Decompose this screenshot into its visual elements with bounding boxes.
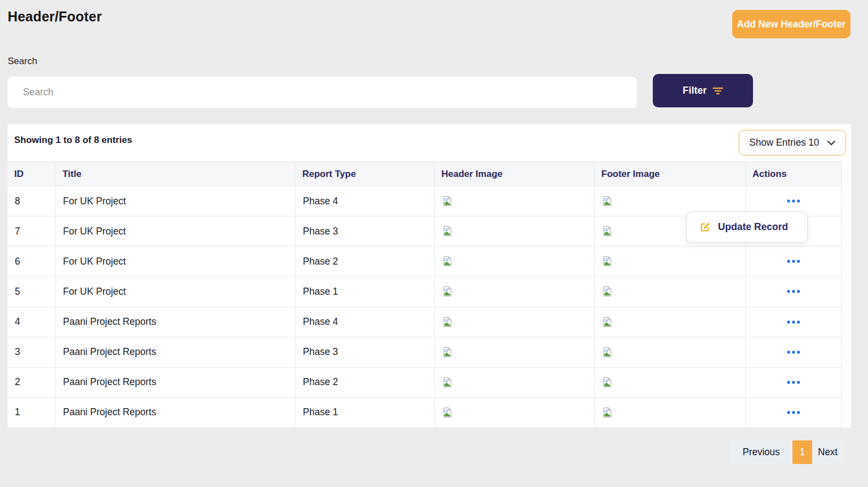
update-record-menu[interactable]: Update Record: [686, 211, 808, 243]
cell-footer-image: [595, 337, 746, 367]
header-footer-table: ID Title Report Type Header Image Footer…: [8, 162, 842, 428]
cell-report-type: Phase 2: [296, 368, 435, 397]
cell-report-type: Phase 2: [296, 247, 435, 276]
cell-id: 4: [8, 307, 56, 337]
cell-actions: [746, 398, 842, 427]
column-header-footer-image: Footer Image: [595, 162, 746, 186]
edit-icon: [699, 221, 711, 233]
ellipsis-icon: [787, 320, 800, 324]
chevron-down-icon: [827, 140, 836, 146]
broken-image-icon: [602, 256, 613, 267]
ellipsis-icon: [787, 351, 800, 354]
broken-image-icon: [602, 407, 613, 418]
table-row: 1 Paani Project Reports Phase 1: [8, 398, 842, 428]
broken-image-icon: [442, 347, 453, 358]
cell-actions: [746, 337, 842, 367]
cell-footer-image: [595, 368, 746, 397]
add-new-header-footer-button[interactable]: Add New Header/Footer: [732, 10, 850, 38]
cell-header-image: [435, 337, 595, 367]
cell-report-type: Phase 1: [296, 277, 435, 306]
cell-id: 5: [8, 277, 56, 306]
showing-entries-text: Showing 1 to 8 of 8 entries: [14, 135, 132, 146]
cell-id: 3: [8, 337, 56, 367]
column-header-title: Title: [56, 162, 296, 186]
table-row: 3 Paani Project Reports Phase 3: [8, 337, 842, 368]
table-header-row: ID Title Report Type Header Image Footer…: [8, 162, 842, 186]
table-row: 2 Paani Project Reports Phase 2: [8, 368, 842, 398]
row-actions-button[interactable]: [783, 196, 804, 206]
broken-image-icon: [442, 317, 453, 328]
broken-image-icon: [602, 286, 613, 297]
broken-image-icon: [442, 256, 453, 267]
cell-report-type: Phase 3: [296, 337, 435, 367]
row-actions-button[interactable]: [783, 287, 804, 296]
row-actions-button[interactable]: [783, 377, 804, 387]
cell-header-image: [435, 307, 595, 337]
show-entries-dropdown[interactable]: Show Entries 10: [739, 130, 846, 156]
cell-footer-image: [595, 307, 746, 337]
page-1-button[interactable]: 1: [792, 440, 812, 464]
column-header-report-type: Report Type: [296, 162, 435, 186]
cell-header-image: [435, 186, 595, 216]
cell-id: 1: [8, 398, 56, 427]
pagination: Previous 1 Next: [730, 440, 843, 464]
search-input[interactable]: [8, 77, 637, 108]
broken-image-icon: [602, 317, 613, 328]
broken-image-icon: [602, 377, 613, 388]
filter-button[interactable]: Filter: [653, 74, 753, 107]
add-new-button-label: Add New Header/Footer: [737, 19, 846, 30]
broken-image-icon: [442, 407, 453, 418]
cell-id: 6: [8, 247, 56, 276]
broken-image-icon: [442, 377, 453, 388]
row-actions-button[interactable]: [783, 347, 804, 357]
cell-footer-image: [595, 398, 746, 427]
cell-title: Paani Project Reports: [56, 368, 296, 397]
row-actions-button[interactable]: [783, 317, 804, 327]
cell-title: For UK Project: [56, 216, 296, 246]
cell-report-type: Phase 1: [296, 398, 435, 427]
cell-header-image: [435, 247, 595, 276]
cell-report-type: Phase 4: [296, 307, 435, 337]
cell-id: 8: [8, 186, 56, 216]
ellipsis-icon: [787, 381, 800, 384]
cell-title: For UK Project: [56, 247, 296, 276]
cell-footer-image: [595, 247, 746, 276]
row-actions-button[interactable]: [783, 256, 804, 266]
cell-header-image: [435, 368, 595, 397]
show-entries-label: Show Entries 10: [749, 137, 819, 148]
cell-title: Paani Project Reports: [56, 307, 296, 337]
column-header-id: ID: [8, 162, 56, 186]
broken-image-icon: [442, 196, 453, 207]
next-page-button[interactable]: Next: [812, 440, 843, 464]
broken-image-icon: [442, 286, 453, 297]
update-record-label: Update Record: [718, 221, 788, 233]
table-row: 6 For UK Project Phase 2: [8, 247, 842, 277]
page-title: Header/Footer: [8, 9, 102, 25]
cell-actions: [746, 277, 842, 306]
filter-lines-icon: [712, 87, 723, 95]
broken-image-icon: [442, 226, 453, 237]
ellipsis-icon: [787, 411, 800, 414]
filter-button-label: Filter: [682, 85, 706, 96]
previous-page-button[interactable]: Previous: [730, 440, 792, 464]
table-row: 5 For UK Project Phase 1: [8, 277, 842, 307]
cell-footer-image: [595, 277, 746, 306]
cell-title: Paani Project Reports: [56, 337, 296, 367]
cell-header-image: [435, 277, 595, 306]
search-label: Search: [8, 56, 37, 67]
cell-title: For UK Project: [56, 277, 296, 306]
ellipsis-icon: [787, 290, 800, 293]
row-actions-button[interactable]: [783, 408, 804, 417]
broken-image-icon: [602, 226, 613, 237]
column-header-actions: Actions: [746, 162, 842, 186]
cell-id: 2: [8, 368, 56, 397]
cell-report-type: Phase 3: [296, 216, 435, 246]
cell-actions: [746, 368, 842, 397]
broken-image-icon: [602, 196, 613, 207]
ellipsis-icon: [787, 260, 800, 263]
column-header-header-image: Header Image: [435, 162, 595, 186]
cell-report-type: Phase 4: [296, 186, 435, 216]
table-panel: Showing 1 to 8 of 8 entries Show Entries…: [8, 124, 851, 428]
cell-actions: [746, 247, 842, 276]
ellipsis-icon: [787, 199, 800, 203]
